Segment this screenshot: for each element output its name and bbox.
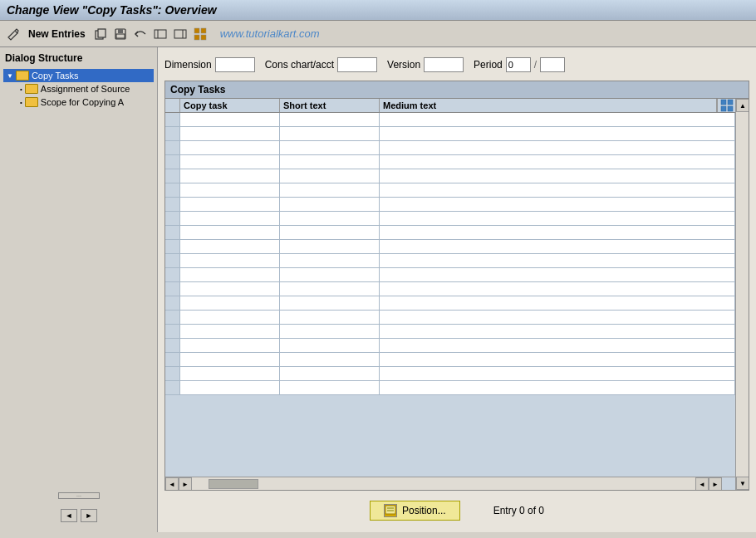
cell-medium-text[interactable] — [380, 226, 735, 239]
vscroll-up-btn[interactable]: ▲ — [736, 99, 749, 112]
cell-medium-text[interactable] — [380, 268, 735, 281]
cell-medium-text[interactable] — [380, 311, 735, 324]
table-row[interactable] — [165, 240, 735, 254]
cell-short-text[interactable] — [280, 367, 380, 380]
sidebar-item-assignment[interactable]: • Assignment of Source — [17, 82, 154, 95]
table-row[interactable] — [165, 141, 735, 155]
vscroll-down-btn[interactable]: ▼ — [736, 477, 749, 490]
hscroll-right-btn[interactable]: ◄ — [695, 477, 709, 490]
table-row[interactable] — [165, 311, 735, 325]
cell-copy-task[interactable] — [180, 169, 280, 183]
table-row[interactable] — [165, 282, 735, 296]
copy-doc-icon[interactable] — [92, 26, 109, 42]
cell-medium-text[interactable] — [380, 155, 735, 169]
cell-copy-task[interactable] — [180, 183, 280, 197]
table-row[interactable] — [165, 254, 735, 268]
cell-copy-task[interactable] — [180, 141, 280, 154]
cell-medium-text[interactable] — [380, 339, 735, 352]
cell-short-text[interactable] — [280, 296, 380, 310]
hscroll-left-btn2[interactable]: ► — [179, 477, 192, 490]
cell-short-text[interactable] — [280, 339, 380, 352]
cell-medium-text[interactable] — [380, 254, 735, 267]
cell-copy-task[interactable] — [180, 198, 280, 211]
sidebar-item-copy-tasks[interactable]: ▼ Copy Tasks — [3, 69, 154, 82]
cell-copy-task[interactable] — [180, 339, 280, 352]
cell-medium-text[interactable] — [380, 127, 735, 140]
hscroll-track[interactable] — [192, 477, 695, 490]
cons-chart-input[interactable] — [337, 57, 377, 72]
table-row[interactable] — [165, 198, 735, 212]
table-row[interactable] — [165, 268, 735, 282]
sidebar-nav-right[interactable]: ► — [81, 509, 97, 522]
table-row[interactable] — [165, 183, 735, 198]
table-row[interactable] — [165, 226, 735, 240]
period-input2[interactable] — [540, 57, 565, 72]
cell-copy-task[interactable] — [180, 353, 280, 366]
cell-medium-text[interactable] — [380, 169, 735, 183]
cell-medium-text[interactable] — [380, 141, 735, 154]
undo-icon[interactable] — [132, 26, 149, 42]
table-row[interactable] — [165, 353, 735, 367]
cell-short-text[interactable] — [280, 169, 380, 183]
dimension-input[interactable] — [215, 57, 255, 72]
table-row[interactable] — [165, 296, 735, 311]
table-row[interactable] — [165, 339, 735, 353]
cell-short-text[interactable] — [280, 183, 380, 197]
period-input[interactable] — [506, 57, 531, 72]
cell-copy-task[interactable] — [180, 113, 280, 126]
nav-forward-icon[interactable] — [172, 26, 189, 42]
cell-medium-text[interactable] — [380, 198, 735, 211]
cell-copy-task[interactable] — [180, 268, 280, 281]
cell-short-text[interactable] — [280, 254, 380, 267]
cell-copy-task[interactable] — [180, 381, 280, 394]
cell-copy-task[interactable] — [180, 367, 280, 380]
nav-back-icon[interactable] — [152, 26, 169, 42]
cell-medium-text[interactable] — [380, 212, 735, 225]
sidebar-item-scope[interactable]: • Scope for Copying A — [17, 95, 154, 109]
table-row[interactable] — [165, 325, 735, 339]
cell-medium-text[interactable] — [380, 381, 735, 394]
vscroll-track[interactable] — [736, 112, 749, 477]
cell-medium-text[interactable] — [380, 353, 735, 366]
table-row[interactable] — [165, 169, 735, 183]
cell-short-text[interactable] — [280, 353, 380, 366]
cell-medium-text[interactable] — [380, 113, 735, 126]
cell-copy-task[interactable] — [180, 212, 280, 225]
cell-short-text[interactable] — [280, 226, 380, 239]
position-button[interactable]: Position... — [370, 501, 460, 521]
cell-short-text[interactable] — [280, 282, 380, 296]
cell-medium-text[interactable] — [380, 367, 735, 380]
cell-medium-text[interactable] — [380, 325, 735, 338]
cell-copy-task[interactable] — [180, 155, 280, 169]
cell-short-text[interactable] — [280, 325, 380, 338]
new-entries-button[interactable]: New Entries — [25, 27, 89, 42]
table-row[interactable] — [165, 367, 735, 381]
table-row[interactable] — [165, 212, 735, 226]
cell-copy-task[interactable] — [180, 240, 280, 253]
cell-copy-task[interactable] — [180, 325, 280, 338]
cell-short-text[interactable] — [280, 155, 380, 169]
hscroll-right-btn2[interactable]: ► — [709, 477, 722, 490]
cell-copy-task[interactable] — [180, 296, 280, 310]
cell-medium-text[interactable] — [380, 183, 735, 197]
cell-short-text[interactable] — [280, 127, 380, 140]
table-config-icon[interactable] — [717, 99, 735, 112]
sidebar-nav-left[interactable]: ◄ — [61, 509, 77, 522]
cell-short-text[interactable] — [280, 240, 380, 253]
save-icon[interactable] — [112, 26, 129, 42]
table-row[interactable] — [165, 113, 735, 127]
cell-copy-task[interactable] — [180, 127, 280, 140]
edit-icon[interactable] — [5, 26, 22, 42]
cell-copy-task[interactable] — [180, 282, 280, 296]
cell-short-text[interactable] — [280, 212, 380, 225]
table-row[interactable] — [165, 155, 735, 169]
cell-short-text[interactable] — [280, 268, 380, 281]
cell-medium-text[interactable] — [380, 296, 735, 310]
cell-copy-task[interactable] — [180, 254, 280, 267]
cell-copy-task[interactable] — [180, 311, 280, 324]
cell-short-text[interactable] — [280, 113, 380, 126]
cell-short-text[interactable] — [280, 198, 380, 211]
version-input[interactable] — [424, 57, 464, 72]
cell-medium-text[interactable] — [380, 282, 735, 296]
cell-short-text[interactable] — [280, 381, 380, 394]
